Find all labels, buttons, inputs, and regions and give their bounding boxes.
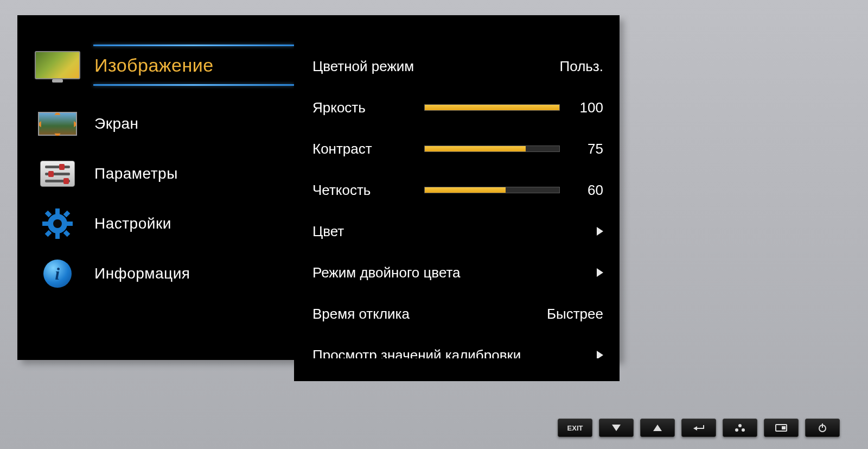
sidebar-item-image[interactable]: Изображение [17, 41, 294, 89]
sidebar-item-screen[interactable]: Экран [17, 99, 294, 149]
row-label: Цветной режим [312, 58, 414, 75]
svg-rect-5 [55, 208, 60, 215]
hw-up-button[interactable] [640, 419, 675, 437]
sharpness-value: 60 [575, 182, 603, 199]
sidebar-item-info[interactable]: i Информация [17, 249, 294, 299]
hardware-buttons: EXIT [558, 419, 840, 437]
svg-marker-1 [54, 134, 60, 136]
svg-marker-14 [612, 425, 621, 431]
dots-icon [735, 424, 745, 432]
sidebar: Изображение Экран [17, 15, 294, 360]
chevron-right-icon [597, 227, 603, 236]
row-brightness[interactable]: Яркость 100 [312, 87, 603, 128]
row-dual-color[interactable]: Режим двойного цвета [312, 252, 603, 293]
row-label: Четкость [312, 182, 371, 199]
hw-enter-button[interactable] [681, 419, 716, 437]
svg-rect-10 [63, 211, 71, 218]
row-sharpness[interactable]: Четкость 60 [312, 169, 603, 211]
sharpness-slider[interactable] [424, 187, 560, 193]
contrast-value: 75 [575, 141, 603, 157]
chevron-right-icon [597, 268, 603, 277]
svg-rect-23 [822, 423, 823, 428]
enter-icon [693, 424, 705, 432]
hw-down-button[interactable] [599, 419, 634, 437]
svg-marker-0 [54, 113, 60, 115]
row-label: Цвет [312, 223, 344, 240]
image-icon [31, 49, 84, 81]
sidebar-item-label: Экран [94, 115, 138, 132]
osd-menu: Изображение Экран [17, 15, 620, 360]
svg-rect-11 [45, 230, 52, 237]
triangle-up-icon [653, 425, 662, 431]
brightness-value: 100 [575, 99, 603, 116]
triangle-down-icon [612, 425, 621, 431]
sidebar-item-label: Информация [94, 265, 190, 282]
hw-exit-button[interactable]: EXIT [558, 419, 592, 437]
contrast-slider[interactable] [424, 146, 560, 152]
exit-label: EXIT [567, 424, 583, 432]
detail-panel: Цветной режим Польз. Яркость 100 Контрас… [294, 15, 620, 360]
svg-point-18 [735, 428, 738, 432]
row-value: Быстрее [547, 306, 603, 322]
options-icon [31, 158, 84, 189]
svg-rect-9 [45, 211, 52, 218]
hw-mode-button[interactable] [723, 419, 757, 437]
hw-power-button[interactable] [805, 419, 840, 437]
panel-overflow [294, 358, 620, 381]
svg-point-13 [53, 219, 62, 228]
row-label: Контраст [312, 141, 372, 157]
info-icon: i [31, 258, 84, 289]
svg-marker-15 [653, 425, 662, 431]
svg-rect-8 [66, 222, 73, 226]
svg-rect-7 [42, 222, 49, 226]
row-color[interactable]: Цвет [312, 211, 603, 252]
svg-point-19 [742, 428, 745, 432]
svg-point-17 [738, 424, 742, 427]
row-contrast[interactable]: Контраст 75 [312, 128, 603, 169]
row-label: Время отклика [312, 306, 410, 322]
sidebar-item-settings[interactable]: Настройки [17, 199, 294, 249]
svg-rect-12 [63, 230, 71, 237]
svg-marker-2 [39, 121, 41, 127]
svg-rect-21 [782, 426, 786, 429]
power-icon [818, 423, 827, 432]
row-response-time[interactable]: Время отклика Быстрее [312, 293, 603, 334]
hw-input-button[interactable] [764, 419, 799, 437]
sidebar-item-label: Параметры [94, 165, 178, 182]
svg-marker-3 [74, 121, 76, 127]
row-value: Польз. [560, 58, 603, 75]
svg-marker-16 [693, 426, 697, 431]
screen-icon [31, 108, 84, 140]
row-color-mode[interactable]: Цветной режим Польз. [312, 46, 603, 87]
brightness-slider[interactable] [424, 104, 560, 111]
gear-icon [31, 208, 84, 239]
sidebar-item-options[interactable]: Параметры [17, 149, 294, 199]
row-label: Яркость [312, 99, 366, 116]
sidebar-item-label: Настройки [94, 215, 171, 232]
input-icon [775, 424, 787, 432]
svg-rect-6 [55, 232, 60, 239]
row-label: Режим двойного цвета [312, 264, 461, 281]
sidebar-item-label: Изображение [94, 55, 214, 76]
